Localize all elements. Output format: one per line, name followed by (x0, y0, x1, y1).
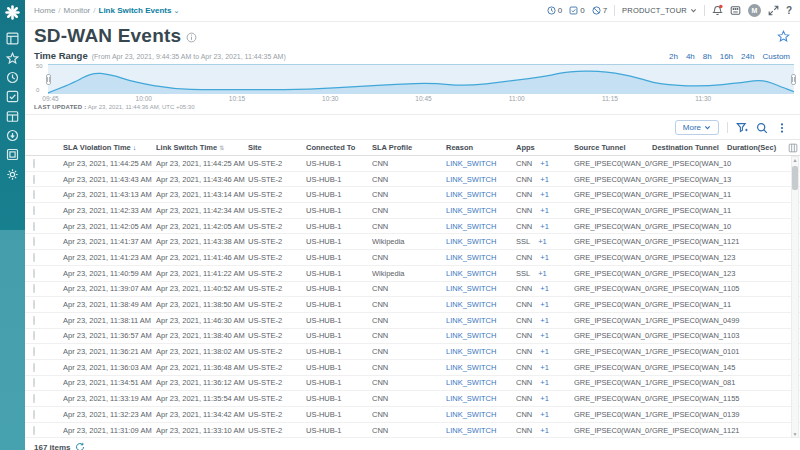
row-checkbox[interactable] (33, 316, 35, 325)
vertical-scrollbar[interactable]: ▲ ▼ (791, 156, 799, 438)
search-icon[interactable] (756, 122, 768, 134)
range-preset-custom[interactable]: Custom (762, 52, 790, 61)
cell-reason-link[interactable]: LINK_SWITCH (446, 410, 516, 419)
apps-more-link[interactable]: +1 (540, 378, 549, 387)
column-header-sla-profile[interactable]: SLA Profile (372, 143, 446, 152)
alarm-clock-counter[interactable]: 0 (547, 6, 562, 15)
range-handle-left[interactable] (46, 74, 51, 85)
range-preset-24h[interactable]: 24h (741, 52, 754, 61)
cell-reason-link[interactable]: LINK_SWITCH (446, 300, 516, 309)
breadcrumb-home[interactable]: Home (34, 6, 55, 15)
reports-table-icon[interactable] (6, 110, 19, 123)
cell-reason-link[interactable]: LINK_SWITCH (446, 190, 516, 199)
row-checkbox[interactable] (33, 410, 35, 419)
row-checkbox[interactable] (33, 159, 35, 168)
row-checkbox[interactable] (33, 222, 35, 231)
row-checkbox[interactable] (33, 253, 35, 262)
column-header-site[interactable]: Site (248, 143, 306, 152)
fullscreen-expand-icon[interactable] (768, 5, 779, 16)
apps-more-link[interactable]: +1 (540, 222, 549, 231)
more-button[interactable]: More (675, 120, 719, 135)
range-preset-2h[interactable]: 2h (669, 52, 678, 61)
cell-reason-link[interactable]: LINK_SWITCH (446, 347, 516, 356)
acknowledged-counter[interactable]: 0 (569, 6, 584, 15)
breadcrumb-monitor[interactable]: Monitor (64, 6, 91, 15)
apps-more-link[interactable]: +1 (540, 394, 549, 403)
tasks-check-icon[interactable] (6, 90, 19, 103)
row-checkbox[interactable] (33, 237, 35, 246)
appliance-window-icon[interactable] (6, 148, 19, 161)
row-checkbox[interactable] (33, 394, 35, 403)
row-checkbox[interactable] (33, 284, 35, 293)
apps-more-link[interactable]: +1 (538, 269, 547, 278)
apps-more-link[interactable]: +1 (540, 316, 549, 325)
cell-reason-link[interactable]: LINK_SWITCH (446, 426, 516, 435)
apps-more-link[interactable]: +1 (540, 331, 549, 340)
row-checkbox[interactable] (33, 347, 35, 356)
cell-reason-link[interactable]: LINK_SWITCH (446, 394, 516, 403)
scrollbar-thumb[interactable] (792, 166, 798, 190)
scroll-down-icon[interactable]: ▼ (793, 431, 798, 437)
sort-icon[interactable]: ⇅ (219, 144, 224, 151)
cell-reason-link[interactable]: LINK_SWITCH (446, 175, 516, 184)
kebab-menu-icon[interactable] (776, 122, 788, 134)
column-header-link-switch-time[interactable]: Link Switch Time⇅ (156, 143, 248, 152)
scroll-up-icon[interactable]: ▲ (793, 157, 798, 163)
history-clock-icon[interactable] (6, 71, 19, 84)
help-icon[interactable]: ? (786, 5, 792, 16)
cell-reason-link[interactable]: LINK_SWITCH (446, 331, 516, 340)
cell-reason-link[interactable]: LINK_SWITCH (446, 159, 516, 168)
cell-reason-link[interactable]: LINK_SWITCH (446, 237, 516, 246)
range-preset-4h[interactable]: 4h (686, 52, 695, 61)
column-header-reason[interactable]: Reason (446, 143, 516, 152)
range-handle-right[interactable] (791, 74, 796, 85)
column-header-duration-sec-[interactable]: Duration(Sec) (727, 143, 788, 152)
column-header-destination-tunnel[interactable]: Destination Tunnel (652, 143, 727, 152)
refresh-icon[interactable] (75, 442, 85, 450)
info-icon[interactable] (186, 32, 197, 43)
sort-desc-icon[interactable]: ↓ (133, 144, 137, 151)
apps-more-link[interactable]: +1 (540, 347, 549, 356)
row-checkbox[interactable] (33, 206, 35, 215)
apps-more-link[interactable]: +1 (540, 253, 549, 262)
apps-more-link[interactable]: +1 (538, 237, 547, 246)
row-checkbox[interactable] (33, 331, 35, 340)
user-avatar[interactable]: M (748, 4, 761, 17)
product-tour-dropdown[interactable]: PRODUCT_TOUR (622, 6, 697, 15)
cell-reason-link[interactable]: LINK_SWITCH (446, 284, 516, 293)
notifications-bell-icon[interactable] (712, 5, 723, 16)
cell-reason-link[interactable]: LINK_SWITCH (446, 253, 516, 262)
column-header-sla-violation-time[interactable]: SLA Violation Time↓ (63, 143, 156, 152)
range-preset-8h[interactable]: 8h (703, 52, 712, 61)
apps-more-link[interactable]: +1 (540, 426, 549, 435)
row-checkbox[interactable] (33, 378, 35, 387)
column-header-apps[interactable]: Apps (516, 143, 574, 152)
cell-reason-link[interactable]: LINK_SWITCH (446, 269, 516, 278)
row-checkbox[interactable] (33, 190, 35, 199)
row-checkbox[interactable] (33, 175, 35, 184)
apps-more-link[interactable]: +1 (540, 410, 549, 419)
cell-reason-link[interactable]: LINK_SWITCH (446, 378, 516, 387)
apps-more-link[interactable]: +1 (540, 300, 549, 309)
settings-gear-icon[interactable] (6, 168, 19, 181)
area-chart-plot[interactable] (48, 64, 794, 94)
blocked-counter[interactable]: 7 (592, 6, 607, 15)
favorites-star-icon[interactable] (6, 52, 19, 65)
export-circle-icon[interactable] (6, 129, 19, 142)
apps-more-link[interactable]: +1 (540, 206, 549, 215)
cell-reason-link[interactable]: LINK_SWITCH (446, 363, 516, 372)
apps-more-link[interactable]: +1 (540, 363, 549, 372)
cell-reason-link[interactable]: LINK_SWITCH (446, 316, 516, 325)
dashboard-icon[interactable] (6, 32, 19, 45)
row-checkbox[interactable] (33, 269, 35, 278)
apps-more-link[interactable]: +1 (540, 175, 549, 184)
column-settings-icon[interactable] (788, 143, 798, 153)
apps-more-link[interactable]: +1 (540, 190, 549, 199)
row-checkbox[interactable] (33, 426, 35, 435)
breadcrumb-current[interactable]: Link Switch Events (99, 6, 172, 15)
row-checkbox[interactable] (33, 363, 35, 372)
apps-more-link[interactable]: +1 (540, 159, 549, 168)
cell-reason-link[interactable]: LINK_SWITCH (446, 206, 516, 215)
breadcrumb-caret-icon[interactable]: ⌄ (173, 7, 179, 14)
filter-funnel-icon[interactable] (736, 122, 748, 134)
